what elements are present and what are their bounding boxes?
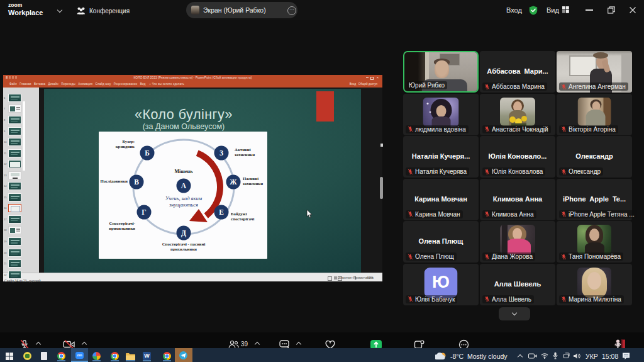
svg-text:Б: Б [145,149,150,157]
svg-text:Г: Г [142,208,146,216]
svg-text:Байдужі: Байдужі [231,212,247,216]
svg-text:Бузер:: Бузер: [122,139,135,144]
svg-text:прихильники: прихильники [170,247,197,251]
svg-text:Спостерігачі-: Спостерігачі- [109,221,136,225]
svg-text:Послідовники: Послідовники [101,179,128,183]
svg-text:А: А [181,182,187,189]
svg-text:Пасивні: Пасивні [243,176,258,181]
svg-text:Спостерігачі - пасивні: Спостерігачі - пасивні [162,242,206,246]
svg-text:Д: Д [181,229,186,237]
svg-text:Мішень: Мішень [175,169,194,174]
svg-text:Активні: Активні [235,147,251,152]
svg-text:Е: Е [219,208,224,216]
svg-text:спостерігачі: спостерігачі [231,217,254,221]
svg-text:кривдник: кривдник [116,144,135,149]
svg-text:прихильники: прихильники [109,226,135,230]
svg-text:Ж: Ж [230,178,237,186]
svg-text:захисники: захисники [243,181,263,186]
svg-text:В: В [134,178,139,186]
svg-text:захисники: захисники [235,152,255,157]
svg-text:Учень, над яким: Учень, над яким [165,195,203,201]
svg-text:знущаються: знущаються [169,201,198,208]
svg-text:З: З [219,149,223,157]
